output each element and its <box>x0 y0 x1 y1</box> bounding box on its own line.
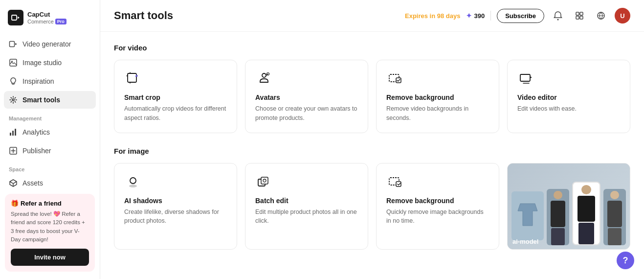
remove-background-video-title: Remove background <box>386 93 489 101</box>
image-studio-icon <box>9 58 18 67</box>
for-video-label: For video <box>114 44 630 52</box>
smart-tools-icon <box>9 95 18 104</box>
smart-crop-card[interactable]: Smart crop Automatically crop videos for… <box>114 60 237 133</box>
referral-emoji: 🎁 <box>11 200 19 207</box>
svg-rect-11 <box>580 12 583 15</box>
management-nav: Analytics Publisher <box>0 123 100 162</box>
assets-icon <box>9 179 18 187</box>
sidebar-label-smart-tools: Smart tools <box>22 96 60 104</box>
ai-model-label: ai-model <box>512 238 538 245</box>
app-name: CapCut <box>27 11 67 19</box>
svg-rect-10 <box>576 12 579 15</box>
publisher-icon <box>9 146 18 155</box>
video-editor-card[interactable]: Video editor Edit videos with ease. <box>507 60 630 133</box>
page-header: Smart tools Expires in 98 days ✦ 390 Sub… <box>100 0 644 32</box>
logo-text: CapCut Commerce Pro <box>27 11 67 24</box>
credits-badge: ✦ 390 <box>466 12 485 20</box>
svg-rect-23 <box>261 177 268 184</box>
sidebar-item-analytics[interactable]: Analytics <box>4 123 96 141</box>
app-logo[interactable]: CapCut Commerce Pro <box>0 6 100 33</box>
svg-point-20 <box>130 178 136 184</box>
svg-rect-2 <box>10 59 17 66</box>
svg-rect-6 <box>12 131 14 136</box>
for-image-grid: AI shadows Create lifelike, diverse shad… <box>114 163 630 250</box>
remove-background-image-title: Remove background <box>386 197 489 205</box>
for-video-grid: Smart crop Automatically crop videos for… <box>114 60 630 133</box>
svg-point-4 <box>12 99 14 101</box>
sidebar-item-publisher[interactable]: Publisher <box>4 142 96 160</box>
page-title: Smart tools <box>114 9 173 22</box>
for-image-label: For image <box>114 147 630 155</box>
sidebar-label-publisher: Publisher <box>22 147 51 155</box>
video-generator-icon <box>9 40 18 48</box>
sidebar: CapCut Commerce Pro Video generator Imag… <box>0 0 100 279</box>
help-button[interactable]: ? <box>617 252 634 269</box>
app-subtitle: Commerce Pro <box>27 19 67 24</box>
sidebar-item-image-studio[interactable]: Image studio <box>4 54 96 71</box>
svg-rect-26 <box>396 182 401 186</box>
sidebar-nav: Video generator Image studio Inspiration… <box>0 33 100 111</box>
svg-rect-19 <box>520 74 530 81</box>
avatars-card[interactable]: Avatars Choose or create your own avatar… <box>245 60 368 133</box>
smart-crop-title: Smart crop <box>124 93 227 101</box>
referral-card: 🎁 Refer a friend Spread the love! 💖 Refe… <box>5 194 95 272</box>
video-editor-title: Video editor <box>517 93 620 101</box>
ai-shadows-title: AI shadows <box>124 197 227 205</box>
notification-button[interactable] <box>550 8 566 23</box>
expires-text: Expires in 98 days <box>405 12 460 20</box>
pro-badge: Pro <box>55 19 67 24</box>
referral-title: 🎁 Refer a friend <box>11 200 89 207</box>
sidebar-label-analytics: Analytics <box>22 128 50 136</box>
language-button[interactable] <box>593 8 609 23</box>
sidebar-item-smart-tools[interactable]: Smart tools <box>4 91 96 109</box>
sidebar-item-video-generator[interactable]: Video generator <box>4 35 96 53</box>
analytics-icon <box>9 128 18 137</box>
ai-shadows-desc: Create lifelike, diverse shadows for pro… <box>124 208 227 226</box>
avatars-icon <box>255 70 273 88</box>
batch-edit-desc: Edit multiple product photos all in one … <box>255 208 358 226</box>
remove-background-image-card[interactable]: Remove background Quickly remove image b… <box>376 163 499 250</box>
header-divider <box>490 11 491 21</box>
avatars-title: Avatars <box>255 93 358 101</box>
logo-icon <box>8 10 23 25</box>
batch-edit-title: Batch edit <box>255 197 358 205</box>
remove-background-video-card[interactable]: Remove background Remove video backgroun… <box>376 60 499 133</box>
batch-edit-card[interactable]: Batch edit Edit multiple product photos … <box>245 163 368 250</box>
user-avatar[interactable]: U <box>615 8 630 23</box>
ai-shadows-icon <box>124 173 142 191</box>
svg-rect-5 <box>10 133 11 136</box>
main-content: Smart tools Expires in 98 days ✦ 390 Sub… <box>100 0 644 279</box>
sidebar-label-video-generator: Video generator <box>22 40 71 48</box>
ai-shadows-card[interactable]: AI shadows Create lifelike, diverse shad… <box>114 163 237 250</box>
svg-rect-1 <box>10 42 15 47</box>
smart-crop-icon <box>124 70 142 88</box>
batch-edit-icon <box>255 173 273 191</box>
svg-rect-13 <box>580 16 583 19</box>
management-section-label: Management <box>0 111 100 123</box>
remove-background-video-desc: Remove video backgrounds in seconds. <box>386 104 489 123</box>
credits-icon: ✦ <box>466 12 472 20</box>
referral-body: Spread the love! 💖 Refer a friend and sc… <box>11 210 89 244</box>
inspiration-icon <box>9 77 18 86</box>
header-actions: Expires in 98 days ✦ 390 Subscribe U <box>405 8 630 23</box>
svg-point-21 <box>129 185 137 187</box>
remove-bg-video-icon <box>386 70 404 88</box>
svg-rect-0 <box>12 15 17 20</box>
avatars-desc: Choose or create your own avatars to pro… <box>255 104 358 123</box>
sidebar-label-assets: Assets <box>22 179 43 187</box>
layout-button[interactable] <box>572 8 587 23</box>
sidebar-item-assets[interactable]: Assets <box>4 174 96 192</box>
tools-content: For video Smart crop Automatically crop … <box>100 32 644 275</box>
credits-value: 390 <box>474 12 485 20</box>
svg-rect-12 <box>576 16 579 19</box>
remove-bg-image-icon <box>386 173 404 191</box>
invite-button[interactable]: Invite now <box>11 249 89 266</box>
space-nav: Assets <box>0 174 100 194</box>
ai-model-card[interactable]: ai-model <box>507 163 630 250</box>
svg-rect-7 <box>15 129 16 136</box>
sidebar-label-image-studio: Image studio <box>22 59 62 67</box>
subscribe-button[interactable]: Subscribe <box>497 9 544 23</box>
sidebar-item-inspiration[interactable]: Inspiration <box>4 72 96 90</box>
sidebar-label-inspiration: Inspiration <box>22 77 54 85</box>
space-section-label: Space <box>0 162 100 174</box>
